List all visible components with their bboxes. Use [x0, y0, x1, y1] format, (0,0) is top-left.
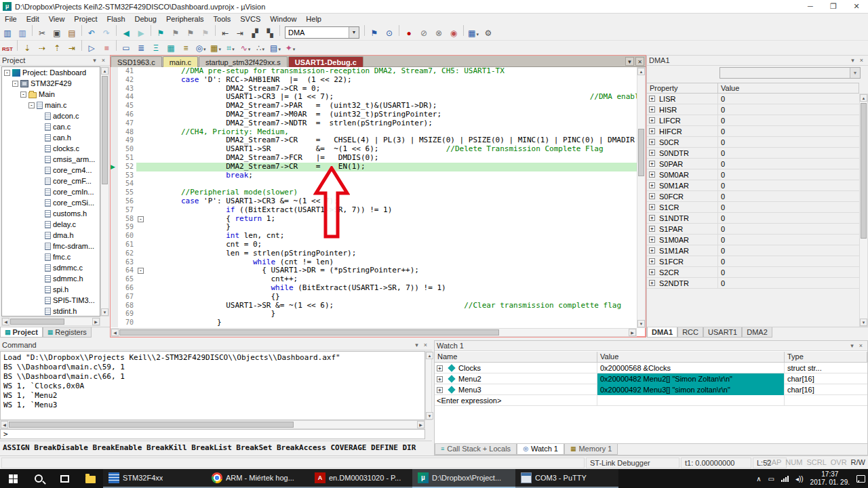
fold-collapse-icon[interactable]: -	[138, 268, 144, 274]
code-line-51[interactable]: 51 DMA2_Stream7->FCR |= DMDIS(0);	[111, 154, 637, 163]
disassembly-window-icon[interactable]: ≣	[134, 42, 148, 54]
scroll-up-icon[interactable]: ▲	[101, 67, 108, 75]
code-line-46[interactable]: 46 DMA2_Stream7->M0AR = (uint32_t)pStrin…	[111, 110, 637, 119]
scroll-left-icon[interactable]: ◀	[2, 318, 9, 325]
register-expander-icon[interactable]: +	[649, 128, 655, 134]
watch-name-cell[interactable]: +Clocks	[435, 363, 597, 373]
breakpoint-margin[interactable]	[111, 241, 118, 249]
watch-pin-icon[interactable]: ▾	[848, 342, 856, 350]
column-header-name[interactable]: Name	[435, 352, 597, 362]
tree-item-can-c[interactable]: can.c	[2, 121, 100, 132]
code-line-67[interactable]: 67 {}	[111, 293, 637, 302]
register-row-s0m1ar[interactable]: +S0M1AR0	[647, 180, 859, 191]
project-pin-icon[interactable]: ▾	[90, 56, 99, 65]
task-view-button[interactable]	[52, 469, 77, 488]
breakpoint-margin[interactable]	[111, 136, 118, 145]
breakpoint-disable-icon[interactable]: ⊘	[417, 27, 431, 39]
symbols-window-icon[interactable]: Ξ	[149, 42, 163, 54]
reset-icon[interactable]: RST	[1, 43, 14, 56]
nav-forward-icon[interactable]: ▶	[134, 27, 148, 39]
breakpoint-margin[interactable]	[111, 102, 118, 110]
scroll-thumb[interactable]	[9, 422, 294, 428]
hidden-icons-chevron-icon[interactable]: ∧	[756, 475, 761, 483]
tree-item-core-cmin[interactable]: core_cmIn...	[2, 186, 100, 197]
tab-list-dropdown-icon[interactable]: ▼	[625, 57, 634, 66]
t-project[interactable]: ▤Project	[0, 327, 43, 338]
memory-window-icon[interactable]: ▦▾	[209, 42, 222, 54]
breakpoint-margin[interactable]	[111, 128, 118, 137]
save-icon[interactable]: ▥	[1, 27, 14, 39]
register-expander-icon[interactable]: +	[649, 247, 655, 253]
breakpoint-margin[interactable]	[111, 232, 118, 241]
watch-name-cell[interactable]: <Enter expression>	[435, 395, 597, 406]
breakpoint-margin[interactable]	[111, 188, 118, 197]
menu-help[interactable]: Help	[301, 14, 326, 24]
minimize-button[interactable]: ─	[799, 0, 822, 14]
breakpoint-margin[interactable]	[111, 302, 118, 310]
register-row-s1ndtr[interactable]: +S1NDTR0	[647, 213, 859, 224]
tree-item-core-cm4[interactable]: core_cm4...	[2, 165, 100, 176]
command-close-icon[interactable]: ×	[421, 341, 430, 350]
window-layout-icon[interactable]: ▦▾	[467, 27, 480, 39]
sysviewer-close-icon[interactable]: ×	[857, 56, 866, 65]
tree-expander-icon[interactable]: -	[4, 70, 10, 76]
code-line-62[interactable]: 62 len = strlen(pStringPointer);	[111, 249, 637, 258]
register-row-s0par[interactable]: +S0PAR0	[647, 159, 859, 169]
command-pin-icon[interactable]: ▾	[412, 341, 421, 350]
register-expander-icon[interactable]: +	[649, 150, 655, 156]
tree-item-stm32f429[interactable]: -STM32F429	[2, 78, 100, 89]
register-row-hifcr[interactable]: +HIFCR0	[647, 126, 859, 137]
code-line-47[interactable]: 47 DMA2_Stream7->NDTR = strlen(pStringPo…	[111, 119, 637, 128]
system-viewer-icon[interactable]: ▤▾	[269, 42, 282, 54]
sv-tab-usart1[interactable]: USART1	[703, 327, 742, 338]
indent-left-icon[interactable]: ⇤	[218, 27, 232, 39]
command-window-icon[interactable]: ▭	[119, 42, 133, 54]
code-line-45[interactable]: 45 DMA2_Stream7->PAR = (uint32_t)&(USART…	[111, 102, 637, 110]
combo-dropdown-icon[interactable]: ▼	[850, 68, 860, 78]
taskbar-app-arm-mi-rtek-hog[interactable]: ARM - Miértek hog...	[206, 469, 309, 488]
code-area[interactable]: 41 //DMA pre-setup for transmission-rece…	[111, 67, 637, 328]
breakpoint-kill-icon[interactable]: ⊗	[432, 27, 446, 39]
tree-item-project-dashboard[interactable]: -Project: Dashboard	[2, 67, 100, 78]
serial-window-icon[interactable]: ⌗▾	[224, 42, 237, 54]
taskbar-app-stm32f4xx[interactable]: STM32F4xx	[103, 469, 206, 488]
watch-close-icon[interactable]: ×	[856, 342, 865, 350]
scroll-right-icon[interactable]: ▶	[629, 329, 636, 336]
register-row-s0cr[interactable]: +S0CR0	[647, 137, 859, 148]
breakpoint-margin[interactable]	[111, 293, 118, 302]
find-in-files-icon[interactable]: ⊙	[382, 27, 396, 39]
column-header-value[interactable]: Value	[597, 352, 785, 362]
tab-watch-1[interactable]: ◎Watch 1	[517, 444, 564, 455]
code-line-52[interactable]: ▶52 DMA2_Stream7->CR = EN(1);	[111, 163, 637, 171]
system-viewer-icon-dropdown[interactable]: ▾	[278, 47, 281, 52]
toolbox-icon[interactable]: ✦▾	[283, 42, 297, 54]
taskbar-app-com3-putty[interactable]: COM3 - PuTTY	[515, 469, 618, 488]
register-expander-icon[interactable]: +	[649, 280, 655, 286]
breakpoint-margin[interactable]	[111, 145, 118, 154]
nav-back-icon[interactable]: ◀	[119, 27, 133, 39]
register-expander-icon[interactable]: +	[649, 139, 655, 145]
menu-flash[interactable]: Flash	[102, 14, 130, 24]
register-expander-icon[interactable]: +	[649, 106, 655, 113]
breakpoint-margin[interactable]	[111, 180, 118, 188]
taskbar-app-en-dm00031020-p[interactable]: Aen.DM00031020 - P...	[309, 469, 412, 488]
breakpoint-margin[interactable]	[111, 93, 118, 102]
watch-row-menu2[interactable]: +Menu20x20000482 Menu2[] "Simon Zoltan\r…	[435, 373, 867, 384]
trace-window-icon[interactable]: ∴▾	[254, 42, 267, 54]
scroll-right-icon[interactable]: ▶	[417, 421, 425, 428]
menu-tools[interactable]: Tools	[209, 14, 236, 24]
watch-expander-icon[interactable]: +	[437, 376, 443, 382]
register-expander-icon[interactable]: +	[649, 258, 655, 264]
watch-row-enter-expression[interactable]: <Enter expression>	[435, 395, 867, 406]
code-line-68[interactable]: 68 USART1->SR &= ~(1 << 6); //Clear tran…	[111, 302, 637, 310]
run-icon[interactable]: ▷	[85, 42, 98, 54]
breakpoint-margin[interactable]	[111, 215, 118, 224]
editor-tab-startup-stm32f429xx-s[interactable]: startup_stm32f429xx.s	[199, 56, 288, 67]
code-line-56[interactable]: 56 case 'P': USART1->CR3 &= ~(1 << 7);	[111, 197, 637, 206]
menu-peripherals[interactable]: Peripherals	[161, 14, 209, 24]
breakpoint-icon[interactable]: ●	[402, 27, 416, 39]
analysis-window-icon[interactable]: ∿▾	[239, 42, 252, 54]
breakpoint-margin[interactable]: ▶	[111, 163, 118, 171]
scroll-left-icon[interactable]: ◀	[1, 421, 8, 428]
combo-dropdown-icon[interactable]: ▼	[349, 27, 359, 38]
